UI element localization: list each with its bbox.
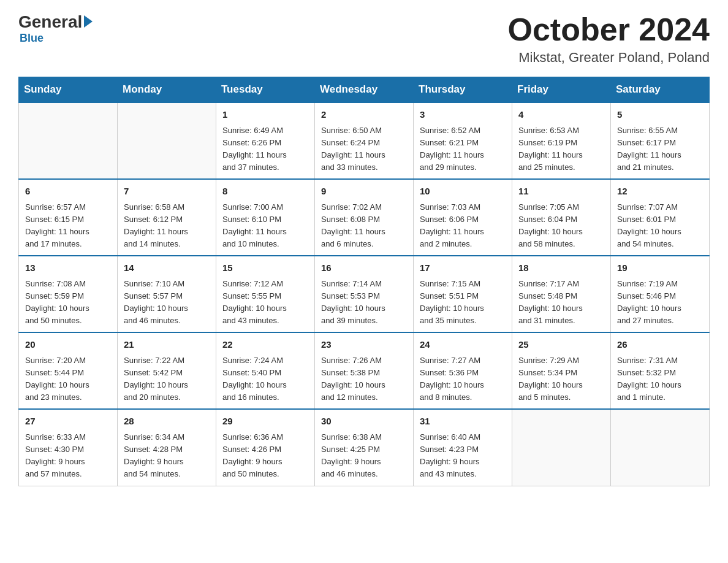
header-sunday: Sunday bbox=[19, 77, 118, 103]
day-info: Sunrise: 7:15 AMSunset: 5:51 PMDaylight:… bbox=[420, 278, 506, 327]
calendar-cell: 3Sunrise: 6:52 AMSunset: 6:21 PMDaylight… bbox=[414, 102, 512, 179]
calendar-cell: 5Sunrise: 6:55 AMSunset: 6:17 PMDaylight… bbox=[611, 102, 710, 179]
calendar-cell: 31Sunrise: 6:40 AMSunset: 4:23 PMDayligh… bbox=[414, 409, 512, 486]
day-number: 14 bbox=[124, 261, 210, 275]
day-number: 23 bbox=[321, 338, 407, 352]
calendar-cell: 25Sunrise: 7:29 AMSunset: 5:34 PMDayligh… bbox=[512, 332, 611, 409]
calendar-cell: 26Sunrise: 7:31 AMSunset: 5:32 PMDayligh… bbox=[611, 332, 710, 409]
day-info: Sunrise: 6:50 AMSunset: 6:24 PMDaylight:… bbox=[321, 124, 407, 174]
calendar-cell: 11Sunrise: 7:05 AMSunset: 6:04 PMDayligh… bbox=[512, 179, 611, 256]
calendar-cell: 13Sunrise: 7:08 AMSunset: 5:59 PMDayligh… bbox=[19, 256, 118, 332]
day-number: 31 bbox=[420, 415, 506, 429]
day-info: Sunrise: 7:08 AMSunset: 5:59 PMDaylight:… bbox=[25, 278, 111, 327]
calendar-cell bbox=[512, 409, 611, 486]
day-number: 4 bbox=[518, 108, 604, 122]
calendar-cell: 28Sunrise: 6:34 AMSunset: 4:28 PMDayligh… bbox=[118, 409, 216, 486]
day-number: 28 bbox=[124, 415, 210, 429]
day-info: Sunrise: 6:38 AMSunset: 4:25 PMDaylight:… bbox=[321, 431, 407, 481]
day-number: 13 bbox=[25, 261, 111, 275]
calendar-cell: 14Sunrise: 7:10 AMSunset: 5:57 PMDayligh… bbox=[118, 256, 216, 332]
day-number: 6 bbox=[25, 185, 111, 199]
day-number: 3 bbox=[420, 108, 506, 122]
calendar-cell: 6Sunrise: 6:57 AMSunset: 6:15 PMDaylight… bbox=[19, 179, 118, 256]
day-info: Sunrise: 7:19 AMSunset: 5:46 PMDaylight:… bbox=[617, 278, 703, 327]
day-number: 5 bbox=[617, 108, 703, 122]
week-row-2: 6Sunrise: 6:57 AMSunset: 6:15 PMDaylight… bbox=[19, 179, 710, 256]
calendar-cell: 1Sunrise: 6:49 AMSunset: 6:26 PMDaylight… bbox=[216, 102, 315, 179]
calendar-cell: 8Sunrise: 7:00 AMSunset: 6:10 PMDaylight… bbox=[216, 179, 315, 256]
day-info: Sunrise: 7:12 AMSunset: 5:55 PMDaylight:… bbox=[222, 278, 308, 327]
day-number: 17 bbox=[420, 261, 506, 275]
day-number: 10 bbox=[420, 185, 506, 199]
day-info: Sunrise: 6:55 AMSunset: 6:17 PMDaylight:… bbox=[617, 124, 703, 174]
day-info: Sunrise: 7:02 AMSunset: 6:08 PMDaylight:… bbox=[321, 201, 407, 251]
day-number: 29 bbox=[222, 415, 308, 429]
header: General Blue October 2024 Mikstat, Great… bbox=[18, 12, 710, 66]
day-info: Sunrise: 6:58 AMSunset: 6:12 PMDaylight:… bbox=[124, 201, 210, 251]
calendar-table: Sunday Monday Tuesday Wednesday Thursday… bbox=[18, 77, 710, 486]
header-thursday: Thursday bbox=[414, 77, 512, 103]
day-number: 18 bbox=[518, 261, 604, 275]
day-number: 7 bbox=[124, 185, 210, 199]
calendar-cell: 2Sunrise: 6:50 AMSunset: 6:24 PMDaylight… bbox=[315, 102, 414, 179]
day-info: Sunrise: 7:27 AMSunset: 5:36 PMDaylight:… bbox=[420, 354, 506, 404]
day-number: 30 bbox=[321, 415, 407, 429]
day-info: Sunrise: 7:03 AMSunset: 6:06 PMDaylight:… bbox=[420, 201, 506, 251]
day-info: Sunrise: 7:20 AMSunset: 5:44 PMDaylight:… bbox=[25, 354, 111, 404]
day-number: 20 bbox=[25, 338, 111, 352]
calendar-cell: 9Sunrise: 7:02 AMSunset: 6:08 PMDaylight… bbox=[315, 179, 414, 256]
day-info: Sunrise: 6:49 AMSunset: 6:26 PMDaylight:… bbox=[222, 124, 308, 174]
logo-general-text: General bbox=[18, 12, 82, 32]
calendar-cell: 16Sunrise: 7:14 AMSunset: 5:53 PMDayligh… bbox=[315, 256, 414, 332]
week-row-3: 13Sunrise: 7:08 AMSunset: 5:59 PMDayligh… bbox=[19, 256, 710, 332]
day-number: 11 bbox=[518, 185, 604, 199]
day-number: 8 bbox=[222, 185, 308, 199]
day-info: Sunrise: 6:36 AMSunset: 4:26 PMDaylight:… bbox=[222, 431, 308, 481]
day-number: 21 bbox=[124, 338, 210, 352]
day-number: 15 bbox=[222, 261, 308, 275]
logo-blue-text: Blue bbox=[20, 32, 44, 45]
day-number: 2 bbox=[321, 108, 407, 122]
day-number: 1 bbox=[222, 108, 308, 122]
day-number: 27 bbox=[25, 415, 111, 429]
location-title: Mikstat, Greater Poland, Poland bbox=[508, 50, 710, 66]
month-title: October 2024 bbox=[508, 12, 710, 47]
week-row-5: 27Sunrise: 6:33 AMSunset: 4:30 PMDayligh… bbox=[19, 409, 710, 486]
header-friday: Friday bbox=[512, 77, 611, 103]
calendar-cell: 10Sunrise: 7:03 AMSunset: 6:06 PMDayligh… bbox=[414, 179, 512, 256]
header-wednesday: Wednesday bbox=[315, 77, 414, 103]
header-monday: Monday bbox=[118, 77, 216, 103]
calendar-cell: 4Sunrise: 6:53 AMSunset: 6:19 PMDaylight… bbox=[512, 102, 611, 179]
day-info: Sunrise: 7:10 AMSunset: 5:57 PMDaylight:… bbox=[124, 278, 210, 327]
calendar-cell: 21Sunrise: 7:22 AMSunset: 5:42 PMDayligh… bbox=[118, 332, 216, 409]
day-info: Sunrise: 6:57 AMSunset: 6:15 PMDaylight:… bbox=[25, 201, 111, 251]
calendar-cell bbox=[19, 102, 118, 179]
day-info: Sunrise: 6:53 AMSunset: 6:19 PMDaylight:… bbox=[518, 124, 604, 174]
calendar-cell: 19Sunrise: 7:19 AMSunset: 5:46 PMDayligh… bbox=[611, 256, 710, 332]
day-info: Sunrise: 6:34 AMSunset: 4:28 PMDaylight:… bbox=[124, 431, 210, 481]
calendar-cell bbox=[611, 409, 710, 486]
calendar-cell: 27Sunrise: 6:33 AMSunset: 4:30 PMDayligh… bbox=[19, 409, 118, 486]
calendar-cell: 24Sunrise: 7:27 AMSunset: 5:36 PMDayligh… bbox=[414, 332, 512, 409]
day-info: Sunrise: 7:14 AMSunset: 5:53 PMDaylight:… bbox=[321, 278, 407, 327]
calendar-cell: 22Sunrise: 7:24 AMSunset: 5:40 PMDayligh… bbox=[216, 332, 315, 409]
header-tuesday: Tuesday bbox=[216, 77, 315, 103]
day-info: Sunrise: 7:24 AMSunset: 5:40 PMDaylight:… bbox=[222, 354, 308, 404]
calendar-cell: 17Sunrise: 7:15 AMSunset: 5:51 PMDayligh… bbox=[414, 256, 512, 332]
day-number: 16 bbox=[321, 261, 407, 275]
calendar-cell: 20Sunrise: 7:20 AMSunset: 5:44 PMDayligh… bbox=[19, 332, 118, 409]
day-info: Sunrise: 7:05 AMSunset: 6:04 PMDaylight:… bbox=[518, 201, 604, 251]
logo-triangle-icon bbox=[84, 15, 93, 28]
calendar-cell: 29Sunrise: 6:36 AMSunset: 4:26 PMDayligh… bbox=[216, 409, 315, 486]
weekday-header-row: Sunday Monday Tuesday Wednesday Thursday… bbox=[19, 77, 710, 103]
calendar-cell: 18Sunrise: 7:17 AMSunset: 5:48 PMDayligh… bbox=[512, 256, 611, 332]
day-number: 22 bbox=[222, 338, 308, 352]
calendar-cell: 23Sunrise: 7:26 AMSunset: 5:38 PMDayligh… bbox=[315, 332, 414, 409]
day-info: Sunrise: 6:52 AMSunset: 6:21 PMDaylight:… bbox=[420, 124, 506, 174]
day-info: Sunrise: 6:33 AMSunset: 4:30 PMDaylight:… bbox=[25, 431, 111, 481]
day-number: 19 bbox=[617, 261, 703, 275]
calendar-cell bbox=[118, 102, 216, 179]
calendar-cell: 7Sunrise: 6:58 AMSunset: 6:12 PMDaylight… bbox=[118, 179, 216, 256]
day-number: 9 bbox=[321, 185, 407, 199]
day-info: Sunrise: 7:29 AMSunset: 5:34 PMDaylight:… bbox=[518, 354, 604, 404]
